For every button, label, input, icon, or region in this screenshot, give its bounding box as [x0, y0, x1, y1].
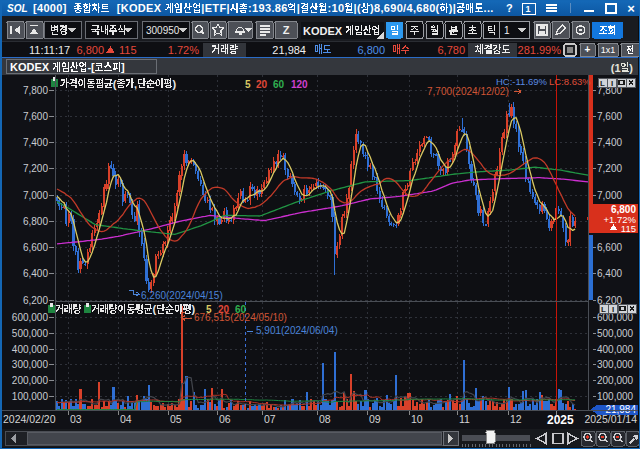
svg-text:11: 11 — [459, 413, 470, 425]
svg-text:07: 07 — [264, 413, 276, 425]
svg-text:6,600: 6,600 — [23, 242, 48, 253]
svg-text:6,260(2024/04/15): 6,260(2024/04/15) — [141, 290, 223, 301]
svg-text:10: 10 — [411, 413, 423, 425]
svg-text:2025: 2025 — [547, 413, 574, 427]
svg-text:...: ... — [484, 2, 494, 14]
svg-text:09: 09 — [369, 413, 381, 425]
svg-text:L: L — [601, 305, 606, 314]
svg-text::193.86: :193.86 — [248, 2, 288, 14]
svg-text:|: | — [297, 2, 300, 14]
svg-text:7,200: 7,200 — [597, 163, 622, 174]
svg-text:KODEX: KODEX — [303, 25, 343, 37]
svg-text:SOL: SOL — [7, 3, 28, 14]
svg-text:21,984: 21,984 — [272, 44, 306, 56]
svg-text:1.72%: 1.72% — [168, 44, 199, 56]
svg-text:08: 08 — [319, 413, 331, 425]
svg-text:600,000: 600,000 — [12, 312, 49, 323]
svg-text:04: 04 — [120, 413, 132, 425]
svg-text:7,600: 7,600 — [597, 111, 622, 122]
svg-text:Z: Z — [283, 24, 290, 36]
svg-text:)|: )| — [449, 2, 456, 14]
svg-text:?: ? — [506, 2, 513, 14]
svg-text:[KODEX: [KODEX — [117, 2, 162, 14]
svg-text:5: 5 — [245, 79, 251, 90]
svg-text:300,000: 300,000 — [597, 359, 634, 370]
svg-text:115: 115 — [119, 44, 137, 56]
svg-text:-[: -[ — [87, 61, 95, 73]
svg-text:)8,690/4,680(: )8,690/4,680( — [370, 2, 440, 14]
svg-text:300950: 300950 — [146, 25, 180, 36]
svg-text:[4000]: [4000] — [33, 2, 67, 14]
svg-text:(: ( — [153, 303, 157, 315]
svg-text:6,780: 6,780 — [437, 44, 465, 56]
svg-text:7,000: 7,000 — [23, 190, 48, 201]
svg-text:7,800: 7,800 — [23, 85, 48, 96]
svg-text:200,000: 200,000 — [12, 375, 49, 386]
svg-text:115: 115 — [621, 223, 636, 234]
svg-text:500,000: 500,000 — [597, 328, 634, 339]
svg-text:60: 60 — [273, 79, 285, 90]
svg-text:|(: |( — [354, 2, 361, 14]
svg-text:06: 06 — [219, 413, 231, 425]
svg-text:6,600: 6,600 — [597, 242, 622, 253]
svg-text:2025/01/14: 2025/01/14 — [584, 413, 637, 425]
svg-text:6,200: 6,200 — [23, 295, 48, 306]
svg-text:7,000: 7,000 — [597, 190, 622, 201]
svg-text:676,515(2024/05/10): 676,515(2024/05/10) — [194, 312, 287, 323]
svg-text:LC:8.63%: LC:8.63% — [549, 76, 591, 87]
svg-text:6,800: 6,800 — [76, 44, 104, 56]
svg-text:7,400: 7,400 — [23, 137, 48, 148]
svg-text:500,000: 500,000 — [12, 328, 49, 339]
svg-text:(: ( — [113, 78, 117, 90]
svg-text:03: 03 — [70, 413, 82, 425]
svg-text:+: + — [585, 44, 591, 55]
svg-text:7,200: 7,200 — [23, 163, 48, 174]
svg-text:11:11:17: 11:11:17 — [29, 44, 70, 56]
svg-text:400,000: 400,000 — [12, 344, 49, 355]
svg-text:L: L — [600, 79, 605, 88]
svg-text:400,000: 400,000 — [597, 344, 634, 355]
svg-text:]: ] — [121, 61, 125, 73]
svg-text:300,000: 300,000 — [12, 359, 49, 370]
svg-text:6,400: 6,400 — [597, 268, 622, 279]
svg-text:7,700(2024/12/02): 7,700(2024/12/02) — [427, 86, 509, 97]
svg-text:20: 20 — [256, 79, 268, 90]
svg-text:×: × — [627, 1, 635, 16]
svg-text:100,000: 100,000 — [12, 391, 49, 402]
svg-text:1: 1 — [525, 4, 530, 14]
svg-text:7,600: 7,600 — [23, 111, 48, 122]
svg-text:5,901(2024/06/04): 5,901(2024/06/04) — [256, 325, 338, 336]
svg-text:6,400: 6,400 — [23, 268, 48, 279]
svg-text::10: :10 — [328, 2, 345, 14]
svg-text:100,000: 100,000 — [597, 391, 634, 402]
svg-text:281.99%: 281.99% — [518, 44, 562, 56]
svg-text:7,400: 7,400 — [597, 137, 622, 148]
svg-text:05: 05 — [170, 413, 182, 425]
svg-text:1x1: 1x1 — [601, 45, 616, 55]
svg-text:KODEX: KODEX — [10, 61, 50, 73]
svg-text:6,800: 6,800 — [23, 216, 48, 227]
svg-text:|ETF|: |ETF| — [201, 2, 230, 14]
svg-text:12: 12 — [510, 413, 522, 425]
svg-text:I: I — [611, 79, 613, 88]
svg-text:I: I — [612, 305, 614, 314]
svg-text:,: , — [134, 78, 137, 90]
svg-text:(1: (1 — [611, 62, 621, 74]
svg-text:2024/02/20: 2024/02/20 — [3, 413, 56, 425]
svg-text:): ) — [629, 62, 633, 74]
svg-text:120: 120 — [291, 79, 308, 90]
svg-text:): ) — [172, 78, 176, 90]
svg-text:6,800: 6,800 — [357, 44, 385, 56]
svg-text:1: 1 — [504, 25, 510, 36]
svg-text:200,000: 200,000 — [597, 375, 634, 386]
svg-text:600,000: 600,000 — [597, 312, 634, 323]
